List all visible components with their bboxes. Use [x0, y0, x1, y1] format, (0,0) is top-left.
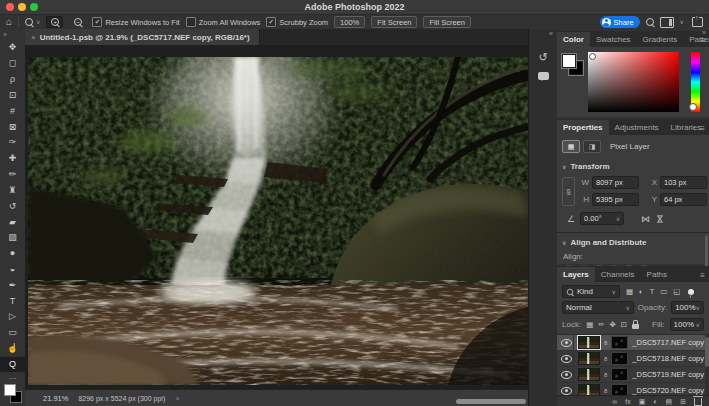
dodge-tool[interactable]: ◒ [0, 262, 25, 278]
toolbar-collapse-chevron[interactable]: » [0, 29, 7, 40]
canvas-background[interactable] [25, 45, 528, 389]
layer-visibility-toggle[interactable] [560, 351, 574, 366]
history-brush-tool[interactable]: ↺ [0, 198, 25, 214]
link-layers-button[interactable]: ∞ [612, 398, 617, 405]
rectangle-tool[interactable]: ▭ [0, 325, 25, 341]
layer-properties-button[interactable]: ▦ [562, 140, 580, 153]
zoom-all-windows-checkbox[interactable]: Zoom All Windows [186, 17, 261, 27]
history-panel-icon[interactable]: ↺ [538, 52, 547, 63]
hue-slider-handle[interactable] [689, 103, 697, 111]
kind-filter-dropdown[interactable]: Kind ∨ [562, 285, 620, 298]
lock-all-icon[interactable] [632, 324, 639, 329]
layer-mask-thumbnail[interactable] [611, 352, 628, 365]
new-layer-button[interactable]: ⊞ [680, 398, 686, 405]
panel-menu-icon[interactable]: ≡ [700, 124, 705, 133]
type-tool[interactable]: T [0, 293, 25, 309]
export-icon[interactable] [692, 17, 703, 27]
healing-brush-tool[interactable]: ✚ [0, 151, 25, 167]
layer-mask-thumbnail[interactable] [611, 368, 628, 381]
filter-toggle-pin[interactable] [688, 289, 694, 295]
hand-tool[interactable]: ☝ [0, 341, 25, 357]
mask-properties-button[interactable]: ◨ [583, 140, 601, 153]
layers-scrollbar-track[interactable] [705, 335, 709, 399]
scrubby-zoom-checkbox[interactable]: Scrubby Zoom [266, 17, 328, 27]
layer-effects-button[interactable]: fx [625, 398, 630, 405]
fit-screen-button[interactable]: Fit Screen [371, 16, 417, 28]
search-icon[interactable] [646, 18, 654, 26]
blend-mode-dropdown[interactable]: Normal ∨ [562, 301, 634, 314]
eraser-tool[interactable]: ▰ [0, 214, 25, 230]
transform-section-header[interactable]: ∨ Transform [557, 157, 709, 174]
tab-properties[interactable]: Properties [557, 120, 609, 135]
tab-paths[interactable]: Paths [641, 267, 673, 282]
path-selection-tool[interactable]: ▷ [0, 309, 25, 325]
horizontal-scrollbar[interactable] [456, 399, 526, 404]
workspace-icon[interactable] [660, 17, 674, 28]
lock-transparency-icon[interactable]: ▦ [586, 320, 593, 329]
foreground-color-swatch[interactable] [4, 384, 16, 396]
fill-dropdown[interactable]: 100% ∨ [670, 318, 704, 331]
clone-stamp-tool[interactable]: ♜ [0, 182, 25, 198]
fullscreen-window-button[interactable] [30, 3, 38, 11]
layer-thumbnail[interactable] [578, 352, 600, 365]
layer-thumbnail[interactable] [578, 368, 600, 381]
zoom-tool[interactable]: Q [0, 357, 25, 373]
filter-type-layers-icon[interactable]: T [650, 287, 655, 296]
tab-color[interactable]: Color [557, 32, 590, 47]
tab-layers[interactable]: Layers [557, 267, 595, 282]
align-section-header[interactable]: ∨ Align and Distribute [557, 233, 709, 250]
layer-row-dsc5717[interactable]: 8 _DSC5717.NEF copy [557, 335, 709, 351]
rotation-field[interactable]: 0.00° ∨ [580, 212, 624, 225]
chevron-down-icon[interactable]: ∨ [680, 19, 684, 25]
opacity-dropdown[interactable]: 100% ∨ [671, 301, 704, 314]
new-group-button[interactable]: ▤ [666, 398, 673, 405]
dock-expand-chevron[interactable]: « [545, 29, 557, 39]
tab-channels[interactable]: Channels [595, 267, 641, 282]
lock-position-icon[interactable]: ✥ [610, 320, 616, 329]
filter-shape-layers-icon[interactable]: ▭ [660, 287, 667, 296]
zoom-percent-button[interactable]: 100% [334, 16, 365, 28]
layer-thumbnail[interactable] [578, 336, 600, 349]
crop-tool[interactable]: # [0, 103, 25, 119]
resize-windows-to-fit-checkbox[interactable]: Resize Windows to Fit [92, 17, 179, 27]
home-icon[interactable]: ⌂ [6, 17, 12, 27]
new-adjustment-layer-button[interactable]: ◐ [653, 398, 657, 405]
close-tab-icon[interactable]: × [31, 33, 36, 42]
minimize-window-button[interactable] [18, 3, 26, 11]
tab-gradients[interactable]: Gradients [637, 32, 684, 47]
zoom-tool-preset[interactable]: ∨ [25, 18, 40, 26]
lasso-tool[interactable]: ρ [0, 72, 25, 88]
eyedropper-tool[interactable]: ✑ [0, 135, 25, 151]
marquee-tool[interactable]: ◻ [0, 56, 25, 72]
blur-tool[interactable]: ● [0, 246, 25, 262]
y-field[interactable]: 64 px [660, 193, 707, 206]
status-zoom-level[interactable]: 21.91% [43, 394, 68, 403]
properties-scrollbar[interactable] [705, 235, 708, 269]
filter-adjustment-layers-icon[interactable]: ◐ [639, 287, 644, 296]
panel-menu-icon[interactable]: ≡ [700, 271, 705, 280]
tab-swatches[interactable]: Swatches [590, 32, 637, 47]
layer-visibility-toggle[interactable] [560, 335, 574, 350]
canvas-image[interactable] [28, 57, 528, 385]
layers-scrollbar-thumb[interactable] [705, 337, 709, 367]
status-chevron-icon[interactable]: > [175, 395, 179, 402]
x-field[interactable]: 103 px [660, 176, 707, 189]
share-button[interactable]: Share [600, 16, 640, 28]
zoom-in-button[interactable]: + [46, 16, 63, 28]
brush-tool[interactable]: ✏ [0, 167, 25, 183]
layer-row-dsc5719[interactable]: 8 _DSC5719.NEF copy [557, 367, 709, 383]
lock-paint-icon[interactable]: ✏ [598, 320, 604, 329]
flip-horizontal-icon[interactable]: ⋈ [641, 214, 650, 224]
flip-vertical-icon[interactable]: ⋈ [655, 214, 665, 223]
zoom-out-button[interactable]: − [69, 16, 86, 28]
layer-mask-thumbnail[interactable] [611, 336, 628, 349]
saturation-brightness-field[interactable] [588, 52, 679, 112]
layer-row-dsc5718[interactable]: 8 _DSC5718.NEF copy [557, 351, 709, 367]
height-field[interactable]: 5395 px [592, 193, 639, 206]
dock-collapse-chevron[interactable]: » [702, 29, 706, 36]
object-selection-tool[interactable]: ⊡ [0, 87, 25, 103]
filter-pixel-layers-icon[interactable]: ▦ [626, 287, 633, 296]
close-window-button[interactable] [6, 3, 14, 11]
lock-artboard-icon[interactable]: ⊡ [621, 320, 627, 329]
width-field[interactable]: 8097 px [592, 176, 639, 189]
